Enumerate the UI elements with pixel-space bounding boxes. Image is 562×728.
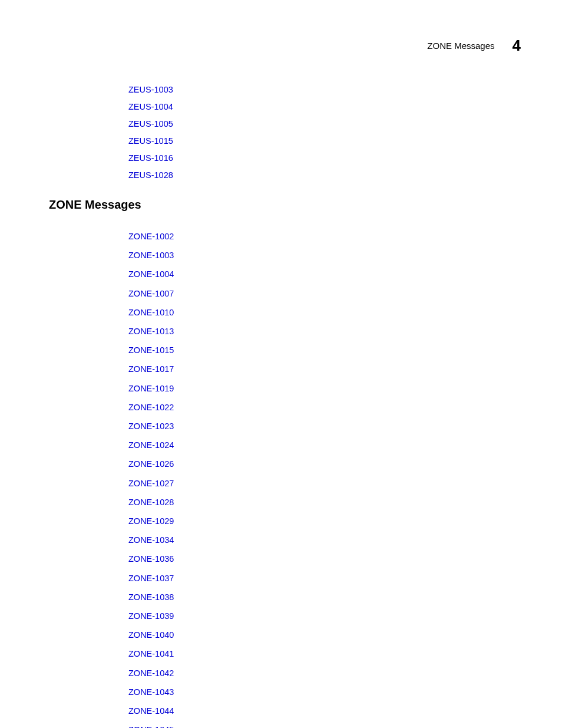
zone-link[interactable]: ZONE-1023: [128, 417, 521, 436]
zone-link[interactable]: ZONE-1044: [128, 701, 521, 720]
zone-link[interactable]: ZONE-1045: [128, 720, 521, 728]
zone-link[interactable]: ZONE-1039: [128, 607, 521, 625]
zone-link[interactable]: ZONE-1004: [128, 265, 521, 284]
page-header: ZONE Messages 4: [427, 37, 521, 55]
zone-link[interactable]: ZONE-1022: [128, 398, 521, 417]
zeus-link-list: ZEUS-1003ZEUS-1004ZEUS-1005ZEUS-1015ZEUS…: [128, 81, 521, 184]
zone-link[interactable]: ZONE-1027: [128, 474, 521, 493]
zone-link[interactable]: ZONE-1036: [128, 549, 521, 568]
zeus-link[interactable]: ZEUS-1015: [128, 133, 521, 150]
zeus-link[interactable]: ZEUS-1005: [128, 116, 521, 133]
zeus-link[interactable]: ZEUS-1016: [128, 150, 521, 167]
zone-link[interactable]: ZONE-1040: [128, 625, 521, 644]
header-title: ZONE Messages: [427, 41, 494, 51]
zone-link[interactable]: ZONE-1015: [128, 341, 521, 360]
zone-link[interactable]: ZONE-1026: [128, 454, 521, 473]
zone-link[interactable]: ZONE-1003: [128, 246, 521, 265]
chapter-number: 4: [513, 37, 521, 55]
zeus-link[interactable]: ZEUS-1004: [128, 98, 521, 116]
zone-link[interactable]: ZONE-1007: [128, 284, 521, 303]
zone-link[interactable]: ZONE-1041: [128, 644, 521, 663]
zone-link[interactable]: ZONE-1024: [128, 436, 521, 454]
zone-link[interactable]: ZONE-1017: [128, 360, 521, 378]
zone-link[interactable]: ZONE-1038: [128, 588, 521, 607]
zone-link-list: ZONE-1002ZONE-1003ZONE-1004ZONE-1007ZONE…: [128, 227, 521, 728]
zone-link[interactable]: ZONE-1042: [128, 664, 521, 683]
zone-link[interactable]: ZONE-1010: [128, 303, 521, 322]
page-content: ZEUS-1003ZEUS-1004ZEUS-1005ZEUS-1015ZEUS…: [49, 81, 521, 728]
zone-link[interactable]: ZONE-1028: [128, 493, 521, 512]
zone-link[interactable]: ZONE-1002: [128, 227, 521, 246]
section-heading-zone-messages: ZONE Messages: [49, 198, 521, 212]
zeus-link[interactable]: ZEUS-1003: [128, 81, 521, 98]
zone-link[interactable]: ZONE-1034: [128, 531, 521, 549]
zone-link[interactable]: ZONE-1043: [128, 683, 521, 701]
zone-link[interactable]: ZONE-1019: [128, 379, 521, 398]
zone-link[interactable]: ZONE-1037: [128, 569, 521, 588]
zone-link[interactable]: ZONE-1013: [128, 322, 521, 341]
zone-link[interactable]: ZONE-1029: [128, 512, 521, 531]
zeus-link[interactable]: ZEUS-1028: [128, 167, 521, 184]
